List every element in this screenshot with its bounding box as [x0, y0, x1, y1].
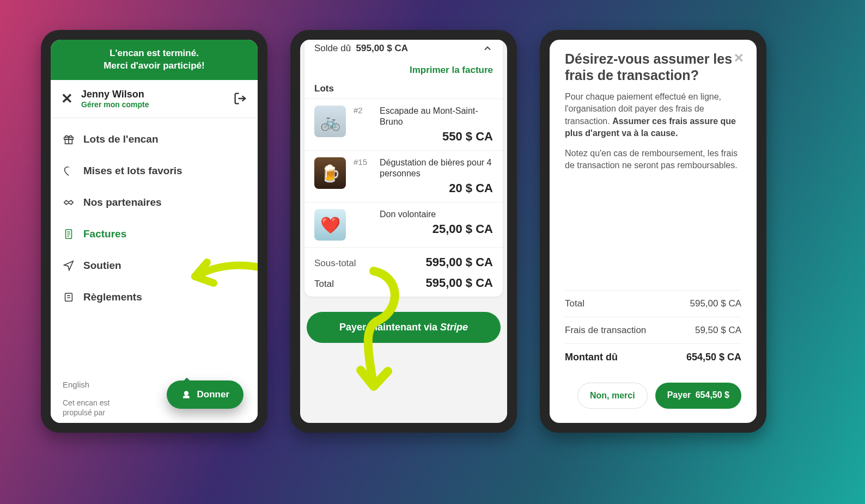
close-icon[interactable]: × — [734, 48, 744, 67]
auction-ended-banner: L'encan est terminé. Merci d'avoir parti… — [51, 40, 258, 80]
svg-point-4 — [184, 391, 188, 395]
dialog-heading: Désirez-vous assumer les frais de transa… — [565, 51, 741, 83]
balance-value: 595,00 $ CA — [356, 43, 408, 53]
donate-button[interactable]: Donner — [167, 380, 244, 409]
total-label: Total — [314, 279, 334, 290]
lot-thumb-icon: 🍺 — [314, 157, 346, 189]
balance-label: Solde dû — [314, 43, 351, 53]
menu-label: Soutien — [83, 260, 121, 272]
dialog-para2: Notez qu'en cas de remboursement, les fr… — [565, 147, 741, 172]
phone-fees-dialog: × Désirez-vous assumer les frais de tran… — [540, 30, 766, 433]
screen-fees: × Désirez-vous assumer les frais de tran… — [550, 40, 757, 423]
fees-table: Total 595,00 $ CA Frais de transaction 5… — [565, 290, 741, 371]
send-icon — [63, 260, 75, 272]
print-invoice-link[interactable]: Imprimer la facture — [304, 60, 503, 82]
lot-title: Don volontaire — [380, 209, 493, 220]
menu-label: Lots de l'encan — [83, 133, 159, 145]
pay-label: Payer — [667, 390, 691, 399]
menu-item-favorites[interactable]: Mises et lots favoris — [51, 155, 258, 187]
pay-amount: 654,50 $ — [696, 390, 729, 399]
lot-thumb-icon: ❤️ — [314, 209, 346, 241]
lot-row: 🍺 #15 Dégustation de bières pour 4 perso… — [304, 150, 503, 202]
rules-icon — [63, 291, 75, 303]
pay-label-pre: Payer maintenant via — [339, 322, 440, 333]
lots-heading: Lots — [304, 82, 503, 99]
lot-row: ❤️ Don volontaire 25,00 $ CA — [304, 202, 503, 247]
donate-label: Donner — [197, 389, 230, 400]
lot-row: 🚲 #2 Escapade au Mont-Saint-Bruno 550 $ … — [304, 99, 503, 150]
menu-item-rules[interactable]: Règlements — [51, 281, 258, 313]
subtotal-label: Sous-total — [314, 258, 356, 269]
pay-label-brand: Stripe — [440, 322, 468, 333]
invoice-card: Solde dû 595,00 $ CA Imprimer la facture… — [304, 40, 503, 297]
menu-item-invoices[interactable]: Factures — [51, 218, 258, 250]
phone-invoice: Solde dû 595,00 $ CA Imprimer la facture… — [290, 30, 517, 433]
lot-title: Dégustation de bières pour 4 personnes — [380, 157, 493, 179]
row-value: 59,50 $ CA — [695, 325, 741, 336]
screen-invoice: Solde dû 595,00 $ CA Imprimer la facture… — [300, 40, 507, 423]
phone-menu: L'encan est terminé. Merci d'avoir parti… — [41, 30, 267, 433]
banner-line1: L'encan est terminé. — [56, 47, 252, 60]
lot-thumb-icon: 🚲 — [314, 106, 346, 137]
gift-icon — [63, 133, 75, 145]
user-name: Jenny Wilson — [81, 89, 233, 100]
lot-number: #2 — [354, 106, 372, 115]
donate-icon — [181, 389, 192, 400]
pay-now-button[interactable]: Payer maintenant via Stripe — [307, 312, 501, 343]
menu-label: Factures — [83, 228, 126, 240]
row-label: Frais de transaction — [565, 325, 646, 336]
lot-number: #15 — [354, 157, 372, 167]
svg-rect-3 — [65, 293, 72, 302]
dialog-actions: Non, merci Payer 654,50 $ — [565, 371, 741, 412]
balance-row[interactable]: Solde dû 595,00 $ CA — [304, 40, 503, 60]
account-row: ✕ Jenny Wilson Gérer mon compte — [51, 80, 258, 118]
row-label: Montant dû — [565, 352, 618, 363]
menu-item-partners[interactable]: Nos partenaires — [51, 187, 258, 218]
decline-fees-button[interactable]: Non, merci — [577, 383, 648, 409]
close-icon[interactable]: ✕ — [58, 90, 76, 107]
row-value: 595,00 $ CA — [690, 298, 741, 309]
menu-label: Nos partenaires — [83, 196, 162, 208]
side-menu: Lots de l'encan Mises et lots favoris No… — [51, 118, 258, 423]
invoice-icon — [63, 228, 75, 240]
menu-label: Règlements — [83, 291, 142, 303]
total-value: 595,00 $ CA — [425, 276, 493, 290]
lot-price: 20 $ CA — [380, 181, 493, 195]
lot-price: 25,00 $ CA — [380, 222, 493, 236]
row-value: 654,50 $ CA — [686, 352, 741, 363]
heart-icon — [63, 165, 75, 177]
subtotal-value: 595,00 $ CA — [425, 255, 493, 269]
fees-dialog: Désirez-vous assumer les frais de transa… — [550, 40, 757, 423]
lot-price: 550 $ CA — [380, 130, 493, 144]
menu-label: Mises et lots favoris — [83, 165, 182, 177]
row-label: Total — [565, 298, 584, 309]
signout-icon[interactable] — [233, 91, 248, 106]
menu-item-lots[interactable]: Lots de l'encan — [51, 124, 258, 155]
menu-item-support[interactable]: Soutien — [51, 250, 258, 281]
manage-account-link[interactable]: Gérer mon compte — [81, 100, 233, 109]
screen-menu: L'encan est terminé. Merci d'avoir parti… — [51, 40, 258, 423]
chevron-up-icon[interactable] — [482, 43, 493, 54]
banner-line2: Merci d'avoir participé! — [56, 60, 252, 72]
powered-by: Cet encan est propulsé par — [51, 392, 149, 423]
lot-title: Escapade au Mont-Saint-Bruno — [380, 106, 493, 127]
dialog-para1: Pour chaque paiement effectué en ligne, … — [565, 91, 741, 140]
pay-with-fees-button[interactable]: Payer 654,50 $ — [655, 383, 741, 409]
handshake-icon — [63, 196, 75, 208]
